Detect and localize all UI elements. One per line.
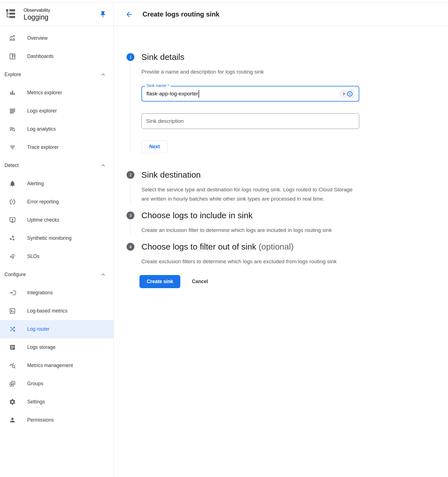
step-sink-details: 1 Sink details Provide a name and descri… <box>127 52 448 153</box>
trace-lines-icon <box>9 144 16 151</box>
app-subtitle: Observability <box>24 7 99 13</box>
sidebar-item-log-router[interactable]: Log router <box>0 320 113 338</box>
window-top-edge <box>0 0 448 3</box>
sink-name-input[interactable]: flask-app-log-exporter <box>141 86 359 102</box>
next-button[interactable]: Next <box>141 140 168 153</box>
sidebar-item-label: Error reporting <box>27 199 59 205</box>
sidebar-item-metrics-management[interactable]: Metrics management <box>0 356 113 375</box>
sidebar-item-logs-explorer[interactable]: Logs explorer <box>0 102 113 120</box>
sidebar-item-slos[interactable]: SLOs <box>0 247 113 265</box>
step-connector <box>130 64 131 153</box>
sidebar-item-dashboards[interactable]: Dashboards <box>0 47 113 65</box>
sink-name-field: Sink name * flask-app-log-exporter <box>141 86 359 102</box>
step-connector <box>130 181 131 203</box>
sidebar-item-label: Overview <box>27 35 48 41</box>
page-title: Create logs routing sink <box>143 10 220 18</box>
sidebar-item-label: Log-based metrics <box>27 308 67 314</box>
sidebar-section-detect[interactable]: Detect <box>0 156 113 175</box>
sidebar-item-permissions[interactable]: Permissions <box>0 411 113 429</box>
sink-name-value: flask-app-log-exporter <box>146 91 198 97</box>
sidebar-item-label: Dashboards <box>27 53 53 59</box>
step-title: Sink destination <box>141 170 448 180</box>
sidebar-section-explore[interactable]: Explore <box>0 65 113 84</box>
sidebar-section-configure[interactable]: Configure <box>0 265 113 284</box>
sink-name-label: Sink name * <box>145 83 171 88</box>
bell-icon <box>9 180 16 187</box>
sidebar-item-logs-storage[interactable]: Logs storage <box>0 338 113 356</box>
pin-icon[interactable] <box>99 11 107 18</box>
sidebar-nav: Overview Dashboards Explore Metrics expl… <box>0 26 113 429</box>
step-title: Sink details <box>141 52 448 62</box>
step-number-badge: 4 <box>127 243 134 251</box>
sidebar-item-label: Synthetic monitoring <box>27 235 72 241</box>
chevron-up-icon <box>100 72 106 77</box>
shuffle-icon <box>9 325 16 333</box>
page-header: Create logs routing sink <box>114 3 448 26</box>
sidebar-item-label: Trace explorer <box>27 144 59 150</box>
trend-search-icon <box>9 362 16 369</box>
storage-card-icon <box>9 344 16 351</box>
lines-search-icon <box>9 125 16 133</box>
sidebar-item-trace-explorer[interactable]: Trace explorer <box>0 138 113 156</box>
step-number-badge: 1 <box>127 53 134 61</box>
monitor-up-icon <box>9 216 16 224</box>
text-cursor <box>199 90 199 98</box>
dashboards-icon <box>9 53 16 60</box>
log-lines-icon <box>9 107 16 115</box>
sidebar-item-label: Permissions <box>27 417 54 423</box>
app-title: Logging <box>24 13 99 21</box>
overlap-squares-icon <box>9 380 16 387</box>
step-connector <box>130 222 131 235</box>
sidebar-item-label: Metrics explorer <box>27 90 62 96</box>
sidebar-item-metrics-explorer[interactable]: Metrics explorer <box>0 84 113 102</box>
sidebar-item-settings[interactable]: Settings <box>0 393 113 411</box>
sidebar-item-integrations[interactable]: Integrations <box>0 284 113 302</box>
step-title: Choose logs to filter out of sink (optio… <box>141 242 448 252</box>
back-arrow-icon[interactable] <box>125 10 133 18</box>
sidebar-item-alerting[interactable]: Alerting <box>0 175 113 193</box>
step-description: Select the service type and destination … <box>141 185 360 203</box>
sidebar-item-label: Uptime checks <box>27 217 59 223</box>
step-description: Create an inclusion filter to determine … <box>141 225 360 235</box>
step-rail: 2 <box>127 170 141 203</box>
sidebar-item-label: Settings <box>27 399 45 405</box>
step-sink-destination: 2 Sink destination Select the service ty… <box>127 170 448 203</box>
stepper-content: 1 Sink details Provide a name and descri… <box>114 26 448 288</box>
sidebar-header: Observability Logging <box>0 3 113 26</box>
step-rail: 3 <box>127 211 141 235</box>
sidebar: Observability Logging Overview Dashboard… <box>0 3 114 477</box>
sidebar-item-groups[interactable]: Groups <box>0 375 113 393</box>
step-include-logs: 3 Choose logs to include in sink Create … <box>127 211 448 235</box>
sidebar-item-overview[interactable]: Overview <box>0 29 113 47</box>
sidebar-item-error-reporting[interactable]: Error reporting <box>0 193 113 211</box>
overview-chart-icon <box>9 34 16 42</box>
person-icon <box>9 416 16 424</box>
sidebar-item-log-analytics[interactable]: Log analytics <box>0 120 113 138</box>
step-number-badge: 2 <box>127 171 134 179</box>
section-label: Detect <box>4 163 19 168</box>
step-title-optional: (optional) <box>259 242 294 251</box>
arrow-into-circle-icon <box>9 289 16 297</box>
gear-icon <box>9 398 16 406</box>
step-description: Provide a name and description for logs … <box>141 67 360 76</box>
step-number-badge: 3 <box>127 212 134 219</box>
chevron-up-icon <box>100 272 106 278</box>
sidebar-item-label: Logs explorer <box>27 108 57 114</box>
sidebar-item-label: Alerting <box>27 181 44 187</box>
boxed-bars-icon <box>9 307 16 315</box>
main-panel: Create logs routing sink 1 Sink details … <box>114 3 448 477</box>
sidebar-item-label: Groups <box>27 381 43 387</box>
onepassword-icon[interactable] <box>340 90 355 98</box>
step-title: Choose logs to include in sink <box>141 211 448 220</box>
sidebar-titles: Observability Logging <box>24 7 99 21</box>
create-sink-button[interactable]: Create sink <box>139 275 180 288</box>
step-description: Create exclusion filters to determine wh… <box>141 257 360 266</box>
sidebar-item-uptime-checks[interactable]: Uptime checks <box>0 211 113 229</box>
sidebar-item-label: Log router <box>27 326 50 332</box>
cancel-button[interactable]: Cancel <box>192 279 208 285</box>
slo-circles-icon <box>9 253 16 260</box>
sidebar-item-synthetic-monitoring[interactable]: Synthetic monitoring <box>0 229 113 247</box>
sink-description-input[interactable] <box>141 113 359 129</box>
sidebar-item-label: Integrations <box>27 290 53 296</box>
sidebar-item-log-based-metrics[interactable]: Log-based metrics <box>0 302 113 320</box>
